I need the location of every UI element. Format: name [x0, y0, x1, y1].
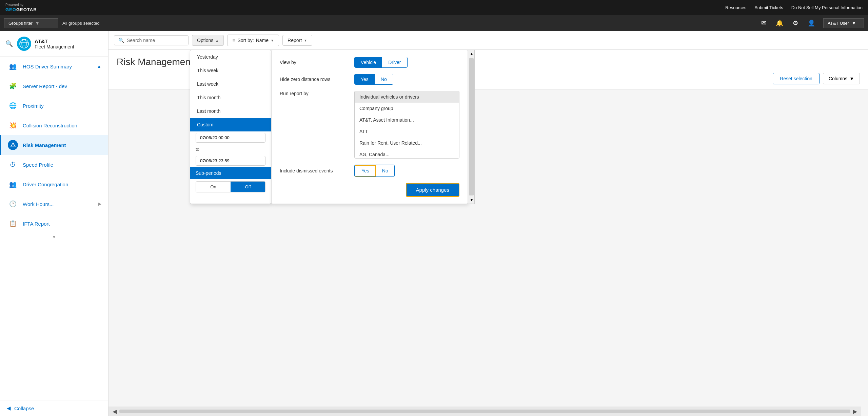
sort-button[interactable]: ≡ Sort by: Name ▼ [227, 35, 279, 46]
driver-toggle[interactable]: Driver [382, 57, 407, 67]
scroll-down-arrow[interactable]: ▼ [468, 196, 474, 204]
sidebar-item-driver-congregation[interactable]: 👥 Driver Congregation [0, 174, 108, 194]
sidebar-item-hos-driver-summary[interactable]: 👥 HOS Driver Summary ▲ [0, 57, 108, 76]
report-label: Report [288, 38, 302, 43]
user-icon-button[interactable]: 👤 [806, 18, 816, 28]
run-report-dropdown: Individual vehicles or drivers Company g… [354, 91, 459, 159]
att-company-info: AT&T Fleet Management [35, 38, 74, 49]
horizontal-scrollbar: ◀ ▶ [108, 407, 861, 416]
speed-icon: ⏱ [8, 160, 18, 170]
apply-changes-button[interactable]: Apply changes [406, 183, 459, 197]
run-report-option-2[interactable]: AT&T, Asset Information... [355, 114, 459, 126]
user-profile-button[interactable]: AT&T User ▼ [823, 18, 864, 28]
sort-icon: ≡ [232, 37, 235, 43]
sidebar-item-ifta[interactable]: 📋 IFTA Report [0, 214, 108, 233]
do-not-sell-link[interactable]: Do Not Sell My Personal Information [791, 5, 863, 10]
sidebar-item-server-report[interactable]: 🧩 Server Report - dev [0, 76, 108, 96]
sidebar-item-collision[interactable]: 💥 Collision Reconstruction [0, 116, 108, 135]
search-box[interactable]: 🔍 [114, 35, 189, 45]
geotab-logo: GEOGEOTAB [5, 7, 37, 12]
sidebar-scroll-area: 👥 HOS Driver Summary ▲ 🧩 Server Report -… [0, 57, 108, 400]
sidebar-label-hos: HOS Driver Summary [23, 64, 72, 69]
run-report-option-0[interactable]: Individual vehicles or drivers [355, 91, 459, 103]
horiz-scrollbar-thumb[interactable] [119, 410, 850, 413]
scroll-right-button[interactable]: ▶ [850, 408, 860, 415]
groups-bar: Groups filter ▼ All groups selected ✉ 🔔 … [0, 15, 868, 31]
options-button[interactable]: Options ▲ [192, 35, 224, 46]
view-by-label: View by [280, 60, 348, 65]
user-caret: ▼ [852, 21, 856, 26]
collapse-label: Collapse [14, 405, 34, 411]
sidebar-item-proximity[interactable]: 🌐 Proximity [0, 96, 108, 116]
sidebar-item-speed-profile[interactable]: ⏱ Speed Profile [0, 155, 108, 174]
options-caret: ▲ [215, 39, 219, 42]
groups-filter-button[interactable]: Groups filter ▼ [4, 18, 58, 28]
reset-selection-button[interactable]: Reset selection [773, 73, 820, 84]
hos-icon: 👥 [8, 61, 18, 71]
scroll-up-arrow[interactable]: ▲ [468, 50, 474, 58]
date-dropdown: Yesterday This week Last week This month… [190, 50, 271, 204]
mail-icon-button[interactable]: ✉ [760, 18, 768, 28]
run-report-row: Run report by Individual vehicles or dri… [280, 91, 459, 159]
search-input[interactable] [127, 38, 181, 43]
scrollbar-thumb[interactable] [469, 58, 474, 195]
options-content: View by Vehicle Driver Hide zero distanc… [272, 50, 468, 204]
run-report-option-3[interactable]: ATT [355, 126, 459, 137]
risk-icon: ⚠ [8, 140, 18, 150]
date-option-this-month[interactable]: This month [190, 91, 271, 104]
date-option-last-week[interactable]: Last week [190, 77, 271, 91]
date-option-last-month[interactable]: Last month [190, 104, 271, 118]
sort-by-label: Sort by: [238, 38, 254, 43]
collapse-button[interactable]: ◀ Collapse [0, 400, 108, 416]
sort-field: Name [256, 38, 269, 43]
sidebar-label-ifta: IFTA Report [23, 221, 50, 227]
vehicle-toggle[interactable]: Vehicle [355, 57, 382, 67]
include-dismissed-yes[interactable]: Yes [355, 165, 376, 176]
columns-button[interactable]: Columns ▼ [823, 73, 860, 84]
resources-link[interactable]: Resources [725, 5, 746, 10]
sub-periods-on-button[interactable]: On [196, 182, 231, 192]
hide-zero-yes[interactable]: Yes [355, 74, 375, 84]
hide-zero-no[interactable]: No [375, 74, 393, 84]
sidebar-header: 🔍 AT&T Fleet Management [0, 31, 108, 57]
content-area: 🔍 Options ▲ ≡ Sort by: Name ▼ Report ▼ [108, 31, 868, 416]
include-dismissed-no[interactable]: No [376, 166, 394, 176]
groups-filter-label: Groups filter [8, 21, 33, 26]
sub-periods-toggle: On Off [196, 181, 265, 192]
date-option-this-week[interactable]: This week [190, 64, 271, 77]
right-scrollbar: ▲ ▼ [468, 50, 475, 204]
apply-changes-row: Apply changes [280, 183, 459, 197]
top-nav-left: Powered by GEOGEOTAB [5, 3, 37, 12]
collapse-chevron-left: ◀ [7, 405, 11, 411]
settings-icon-button[interactable]: ⚙ [791, 18, 800, 28]
all-groups-text: All groups selected [62, 21, 100, 26]
work-hours-chevron: ▶ [98, 202, 101, 206]
date-to-input[interactable] [196, 156, 265, 166]
report-button[interactable]: Report ▼ [282, 35, 312, 46]
scroll-left-button[interactable]: ◀ [110, 408, 119, 415]
run-report-option-4[interactable]: Rain for Rent, User Related... [355, 137, 459, 149]
date-option-yesterday[interactable]: Yesterday [190, 50, 271, 64]
main-content: Risk Management Reset selection Columns … [108, 50, 868, 416]
ifta-icon: 📋 [8, 219, 18, 229]
date-from-input[interactable] [196, 133, 265, 143]
sub-periods-off-button[interactable]: Off [231, 182, 265, 192]
run-report-option-5[interactable]: AG, Canada... [355, 149, 459, 159]
search-input-icon: 🔍 [118, 38, 124, 43]
run-report-label: Run report by [280, 91, 348, 96]
submit-tickets-link[interactable]: Submit Tickets [754, 5, 783, 10]
hide-zero-row: Hide zero distance rows Yes No [280, 74, 459, 85]
date-option-custom[interactable]: Custom [190, 118, 271, 131]
run-report-option-1[interactable]: Company group [355, 103, 459, 114]
include-dismissed-toggle: Yes No [354, 165, 395, 177]
sidebar-item-work-hours[interactable]: 🕐 Work Hours... ▶ [0, 194, 108, 214]
work-hours-icon: 🕐 [8, 199, 18, 209]
sidebar-search-icon[interactable]: 🔍 [5, 40, 13, 47]
sidebar-item-risk-management[interactable]: ⚠ Risk Management [0, 135, 108, 155]
hide-zero-label: Hide zero distance rows [280, 77, 348, 82]
bell-icon-button[interactable]: 🔔 [774, 18, 785, 28]
collapse-chevron-hos: ▲ [97, 64, 101, 69]
sidebar-label-congregation: Driver Congregation [23, 182, 68, 187]
options-panel: View by Vehicle Driver Hide zero distanc… [271, 50, 468, 204]
sort-caret: ▼ [271, 39, 274, 42]
